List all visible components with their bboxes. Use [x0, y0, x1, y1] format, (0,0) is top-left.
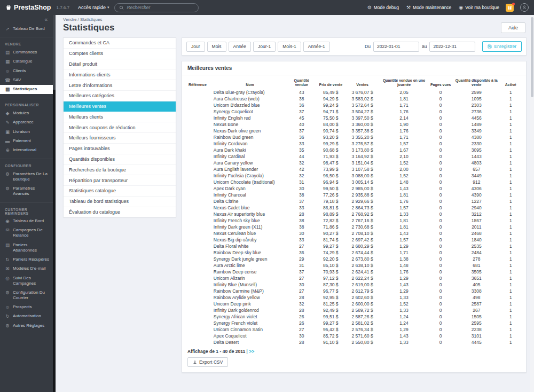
period-button-jour[interactable]: Jour [186, 42, 205, 52]
column-header-pages-vues: Pages vues [429, 76, 452, 89]
table-row: Rainbow Arylide yellow2892,95 $2 602,60 … [187, 294, 521, 301]
reference-cell [187, 134, 213, 140]
active-cell: 1 [501, 301, 521, 307]
qty-per-day-cell: 1,29 [379, 288, 429, 294]
stats-menu-item-informations-clients[interactable]: Informations clients [64, 69, 176, 80]
sidebar-collapse-button[interactable]: « [0, 15, 53, 23]
sidebar-item-international[interactable]: ⊕International [0, 146, 53, 155]
stats-menu-item-statistiques-catalogue[interactable]: Statistiques catalogue [64, 186, 176, 197]
active-cell: 1 [501, 224, 521, 230]
sidebar-item-paniers-abandonnes[interactable]: ▤Paniers Abandonnés [0, 240, 53, 255]
qty-per-day-cell: 1,29 [379, 275, 429, 281]
stats-menu-item-comptes-clients[interactable]: Comptes clients [64, 49, 176, 59]
price-cell: 90,68 $ [316, 147, 345, 153]
table-row: Infinity Charcoal3877,26 $2 935,88 $1,81… [187, 192, 521, 198]
qty-available-cell: 2940 [452, 205, 500, 211]
export-csv-button[interactable]: Export CSV [187, 357, 228, 367]
page-views-cell: 0 [429, 269, 452, 275]
sidebar-section-title: CUSTOMER REMINDERS [0, 205, 53, 217]
sidebar-item-modeles-d-e-mail[interactable]: ✉Modèles D'e-mail [0, 264, 53, 273]
sidebar-item-apparence[interactable]: ✎Apparence [0, 118, 53, 127]
sidebar-item-paiement[interactable]: ▬Paiement [0, 136, 53, 145]
period-button-annee[interactable]: Année [229, 42, 252, 52]
customer-service-icon: ☎ [5, 77, 10, 83]
stats-menu-item-quantites-disponibles[interactable]: Quantités disponibles [64, 154, 176, 165]
qty-sold-cell: 35 [287, 147, 316, 153]
sidebar-item-autres-reglages[interactable]: ⚙Autres Réglages [0, 321, 53, 330]
sidebar-item-automatisation[interactable]: ↻Automatisation [0, 312, 53, 321]
stats-menu-item-meilleures-ventes[interactable]: Meilleures ventes [64, 101, 176, 112]
active-cell: 1 [501, 262, 521, 269]
reference-cell [187, 108, 213, 115]
qty-available-cell: 4380 [452, 134, 500, 140]
stats-menu-item-tableau-de-bord-statistiques[interactable]: Tableau de bord statistiques [64, 197, 176, 207]
stats-menu-item-meilleurs-coupons-de-reduction[interactable]: Meilleurs coupons de réduction [64, 122, 176, 133]
stats-menu-item-meilleures-categories[interactable]: Meilleures catégories [64, 91, 176, 101]
sidebar-item-catalogue[interactable]: ▦Catalogue [0, 57, 53, 66]
save-button[interactable]: Enregistrer [482, 41, 522, 52]
stats-menu-item-lettre-d-informations[interactable]: Lettre d'informations [64, 80, 176, 91]
sidebar-item-configuration-du-courrier[interactable]: ⚙Configuration Du Courrier [0, 288, 53, 302]
quick-access-menu[interactable]: Accès rapide ▾ [78, 5, 109, 10]
topbar-link-mode-debug[interactable]: ⚙Mode debug [367, 5, 399, 10]
table-wrapper: RéférenceNomQuantité venduePrix de vente… [182, 75, 526, 346]
sidebar-item-suivi-des-campagnes[interactable]: ◎Suivi Des Campagnes [0, 273, 53, 288]
to-date-input[interactable] [429, 42, 475, 52]
stats-menu-item-meilleurs-clients[interactable]: Meilleurs clients [64, 112, 176, 122]
notifications-button[interactable] [506, 4, 514, 12]
stats-menu-item-evaluation-du-catalogue[interactable]: Évaluation du catalogue [64, 207, 176, 217]
sidebar-item-campagnes-de-relance[interactable]: ✉Campagnes De Relance [0, 226, 53, 240]
sidebar-item-parametres-avances[interactable]: ⚙Paramètres Avancés [0, 184, 53, 198]
sales-cell: 2 581,02 $ [345, 320, 379, 326]
stats-menu-item-recherches-de-la-boutique[interactable]: Recherches de la boutique [64, 164, 176, 175]
sidebar-item-tableau-de-bord[interactable]: ↗Tableau De Bord [0, 24, 53, 33]
sidebar-item-clients[interactable]: ☺Clients [0, 66, 53, 75]
help-button[interactable]: Aide [501, 22, 525, 33]
stats-menu-item-detail-produit[interactable]: Détail produit [64, 59, 176, 70]
sidebar-section: CONFIGURER⚙Paramètres De La Boutique⚙Par… [0, 159, 53, 201]
pagination-next-link[interactable]: >> [249, 349, 254, 354]
automation-icon: ↻ [5, 313, 10, 319]
stats-menu-item-repartition-par-transporteur[interactable]: Répartition par transporteur [64, 175, 176, 186]
sidebar-item-commandes[interactable]: ▤Commandes [0, 48, 53, 57]
page-views-cell: 0 [429, 211, 452, 217]
page-views-cell: 0 [429, 307, 452, 313]
sidebar-item-tableau-de-bord[interactable]: ◉Tableau de Bord [0, 217, 53, 226]
period-button-jour-1[interactable]: Jour-1 [253, 42, 276, 52]
reference-cell [187, 192, 213, 198]
breadcrumb-parent[interactable]: Vendre [63, 17, 76, 22]
search-input[interactable] [127, 5, 194, 10]
sidebar-item-sav[interactable]: ☎SAV [0, 76, 53, 85]
sales-cell: 3 088,00 $ [345, 173, 379, 179]
sidebar-item-paniers-recuperes[interactable]: ↻Paniers Récupérés [0, 255, 53, 264]
period-button-mois[interactable]: Mois [207, 42, 226, 52]
price-cell: 98,47 $ [316, 160, 345, 166]
page-views-cell: 0 [429, 89, 452, 96]
stats-menu-item-pages-introuvables[interactable]: Pages introuvables [64, 144, 176, 154]
sidebar-item-modules[interactable]: ◆Modules [0, 108, 53, 117]
reference-cell [187, 249, 213, 256]
price-cell: 71,86 $ [316, 224, 345, 230]
period-button-annee-1[interactable]: Année-1 [303, 42, 330, 52]
page-views-cell: 0 [429, 153, 452, 160]
to-label: au [422, 44, 427, 49]
page-scrollbar[interactable] [530, 16, 534, 392]
qty-sold-cell: 32 [287, 301, 316, 307]
search-box [114, 3, 199, 12]
prestashop-logo[interactable]: PrestaShop [5, 4, 51, 11]
topbar-link-mode-maintenance[interactable]: ⚒Mode maintenance [406, 5, 451, 10]
sidebar-item-statistiques[interactable]: ▥Statistiques [0, 85, 53, 94]
reference-cell [187, 173, 213, 179]
topbar-link-voir-ma-boutique[interactable]: ◉Voir ma boutique [459, 5, 499, 10]
profile-button[interactable] [520, 3, 529, 12]
stats-menu-item-meilleurs-fournisseurs[interactable]: Meilleurs fournisseurs [64, 133, 176, 144]
stats-menu-item-commandes-et-ca[interactable]: Commandes et CA [64, 38, 176, 49]
sidebar-item-parametres-de-la-boutique[interactable]: ⚙Paramètres De La Boutique [0, 169, 53, 184]
table-row: Unicorn Alizarin2797,12 $2 622,24 $1,290… [187, 275, 521, 281]
from-date-input[interactable] [373, 42, 419, 52]
international-icon: ⊕ [5, 147, 10, 153]
period-button-mois-1[interactable]: Mois-1 [278, 42, 301, 52]
sidebar-item-prospects[interactable]: ☺Prospects [0, 302, 53, 311]
page-scrollbar-thumb[interactable] [531, 17, 533, 97]
sidebar-item-livraison[interactable]: ▣Livraison [0, 127, 53, 136]
